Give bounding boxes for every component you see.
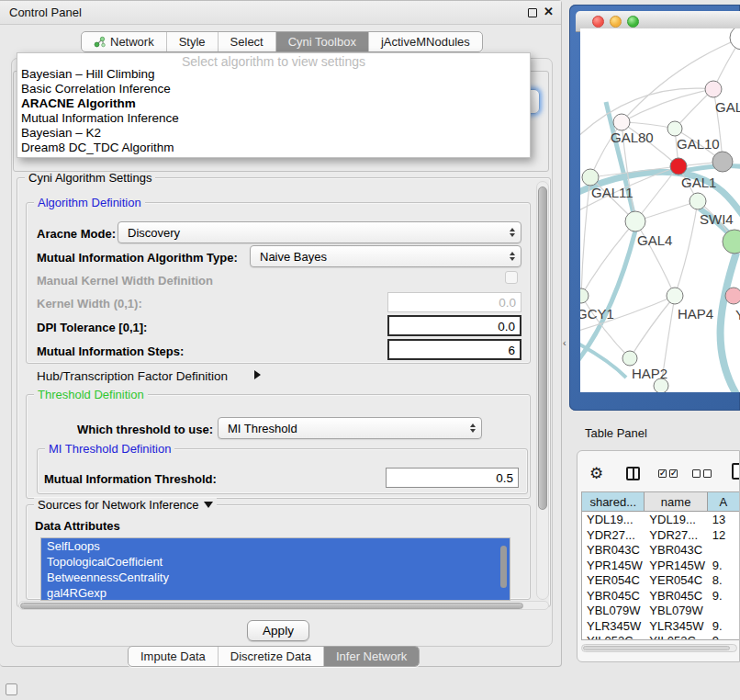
table-row[interactable]: YBL079W YBL079W [582,603,740,618]
mi-algorithm-type-combobox[interactable]: Naive Bayes [250,245,521,267]
minimize-window-icon[interactable] [610,16,622,28]
table-row[interactable]: YDL19... YDL19... 13 [582,512,740,527]
tab-jactivemnodules[interactable]: jActiveMNodules [369,32,482,51]
cyni-algorithm-settings-legend: Cyni Algorithm Settings [25,171,155,185]
new-table-icon[interactable] [732,463,740,480]
table-row[interactable]: YLR345W YLR345W 9. [582,618,740,634]
algorithm-option[interactable]: Bayesian – K2 [21,126,101,140]
expander-collapsed-icon[interactable] [254,370,261,379]
table-horizontal-scrollbar-thumb[interactable] [583,646,730,650]
table-row[interactable]: YPR145W YPR145W 9. [582,558,740,573]
node-label: Y [735,307,740,322]
node-hap4[interactable] [667,288,683,304]
algorithm-option[interactable]: Dream8 DC_TDC Algorithm [21,141,174,154]
settings-vertical-scrollbar-thumb[interactable] [538,186,547,510]
sources-legend: Sources for Network Inference [34,498,217,512]
node-label: GCY1 [580,306,614,322]
network-icon [94,36,106,48]
select-all-checkboxes-icon[interactable] [658,469,678,478]
collapsed-panel-icon[interactable] [6,683,17,695]
network-view-window: GAL GAL80 GAL10 GAL1 GAL11 SWI4 GAL4 GCY… [569,5,740,411]
column-header-clipped[interactable]: A [708,492,740,511]
node[interactable] [712,152,733,172]
node-gal4[interactable] [625,211,645,231]
node-label: GAL1 [681,175,716,190]
zoom-window-icon[interactable] [627,16,639,28]
tab-style[interactable]: Style [167,32,219,51]
aracne-mode-combobox[interactable]: Discovery [118,221,521,243]
control-panel-titlebar: Control Panel ✕ [0,1,561,25]
mi-steps-label: Mutual Information Steps: [37,344,184,358]
settings-vertical-scrollbar[interactable] [536,181,549,600]
node[interactable] [730,28,740,50]
manual-kernel-width-checkbox[interactable] [505,271,518,284]
control-panel-title: Control Panel [9,6,82,19]
algorithm-option[interactable]: Bayesian – Hill Climbing [21,67,155,81]
node-gal1[interactable] [670,158,687,175]
network-graph: GAL GAL80 GAL10 GAL1 GAL11 SWI4 GAL4 GCY… [580,28,740,392]
mi-steps-field[interactable]: 6 [387,339,521,360]
column-header-name[interactable]: name [645,492,707,511]
apply-button[interactable]: Apply [247,620,309,641]
attribute-item[interactable]: BetweennessCentrality [41,570,510,585]
algorithm-dropdown-popup: Select algorithm to view settings Bayesi… [17,52,531,158]
network-canvas[interactable]: GAL GAL80 GAL10 GAL1 GAL11 SWI4 GAL4 GCY… [580,28,740,392]
node-gcy1[interactable] [580,288,589,303]
kernel-width-field[interactable]: 0.0 [387,292,521,312]
settings-horizontal-scrollbar-thumb[interactable] [20,603,523,609]
attribute-item[interactable]: gal4RGexp [41,585,510,601]
mi-algorithm-type-value: Naive Bayes [260,250,327,264]
tab-discretize-data[interactable]: Discretize Data [219,647,324,666]
kernel-width-label: Kernel Width (0,1): [37,297,142,310]
table-header-row: shared... name A [582,492,740,512]
table-row[interactable]: YER054C YER054C 8. [582,572,740,588]
tab-network-label: Network [110,35,154,49]
data-attributes-list: SelfLoops TopologicalCoefficient Between… [40,537,510,601]
attribute-list-scrollbar[interactable] [500,546,507,588]
tab-infer-network[interactable]: Infer Network [324,647,419,666]
mi-threshold-definition-legend: MI Threshold Definition [45,442,174,456]
settings-horizontal-scrollbar[interactable] [18,601,549,610]
table-row[interactable]: YBR045C YBR045C 9. [582,588,740,604]
tab-network[interactable]: Network [82,32,167,51]
node-label: SWI4 [700,211,734,227]
expander-expanded-icon[interactable] [204,502,213,508]
column-header-shared-name[interactable]: shared... [582,492,645,511]
columns-icon[interactable] [626,467,640,480]
which-threshold-value: MI Threshold [228,422,297,435]
algorithm-option[interactable]: Mutual Information Inference [21,111,179,125]
tab-select[interactable]: Select [219,32,276,51]
node-gal11[interactable] [582,169,599,186]
which-threshold-combobox[interactable]: MI Threshold [218,417,482,439]
node-label: HAP4 [678,306,713,322]
node-swi4[interactable] [690,193,706,209]
table-row[interactable]: YIL052C YIL052C 9. [582,633,740,640]
deselect-all-checkboxes-icon[interactable] [692,469,712,478]
mi-threshold-field[interactable]: 0.5 [386,468,519,488]
table-row[interactable]: YDR27... YDR27... 12 [582,527,740,543]
node-gal10[interactable] [667,121,682,136]
float-panel-icon[interactable] [528,8,537,17]
tab-impute-data[interactable]: Impute Data [129,647,219,666]
close-window-icon[interactable] [592,16,604,28]
panel-splitter-handle[interactable]: ‹ [563,337,566,348]
table-row[interactable]: YBR043C YBR043C [582,542,740,558]
algorithm-option[interactable]: Basic Correlation Inference [21,82,171,96]
attribute-item[interactable]: SelfLoops [41,538,510,554]
algorithm-option-highlighted[interactable]: ARACNE Algorithm [21,96,136,110]
close-panel-icon[interactable]: ✕ [544,5,554,18]
combo-arrows-icon [470,423,476,433]
control-panel-tabbar: Network Style Select Cyni Toolbox jActiv… [81,31,483,52]
which-threshold-label: Which threshold to use: [77,423,213,436]
node-gal80[interactable] [613,114,630,130]
dpi-tolerance-field[interactable]: 0.0 [387,315,521,336]
table-horizontal-scrollbar[interactable] [581,644,737,652]
node[interactable] [725,288,740,304]
data-attributes-label: Data Attributes [35,519,120,533]
node-hap2[interactable] [622,351,637,366]
node[interactable] [705,81,722,97]
attribute-item[interactable]: TopologicalCoefficient [41,554,510,570]
mi-threshold-label: Mutual Information Threshold: [44,472,217,486]
gear-icon[interactable]: ⚙ [589,464,603,483]
tab-cyni-toolbox[interactable]: Cyni Toolbox [276,32,369,51]
